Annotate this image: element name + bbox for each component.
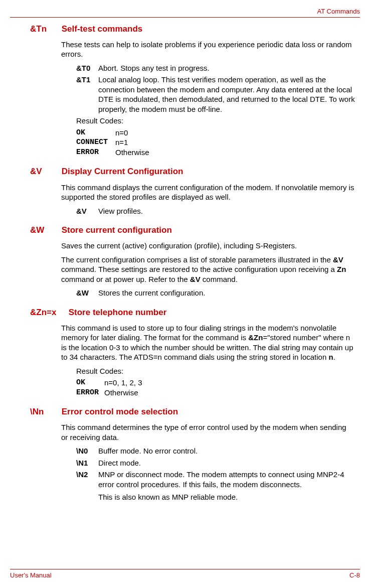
- section-tn-title: &Tn Self-test commands: [30, 24, 360, 35]
- zn-results-label: Result Codes:: [76, 366, 360, 376]
- footer-right: C-8: [349, 571, 360, 580]
- tn-param1-code: &T1: [76, 75, 98, 114]
- nn-p1-code: \N1: [76, 458, 98, 468]
- w-param-0: &W Stores the current configuration.: [76, 288, 355, 298]
- zn-b1: &Zn: [248, 333, 263, 342]
- tn-r1-val: n=1: [115, 137, 128, 148]
- v-cmd: &V: [30, 166, 59, 177]
- section-v-title: &V Display Current Configuration: [30, 166, 360, 177]
- v-p0-desc: View profiles.: [98, 206, 355, 216]
- section-nn: \Nn Error control mode selection This co…: [10, 406, 360, 502]
- section-w-title: &W Store current configuration: [30, 225, 360, 236]
- tn-result-2: ERROR Otherwise: [76, 148, 360, 158]
- tn-r1-code: CONNECT: [76, 137, 115, 148]
- section-zn: &Zn=x Store telephone number This comman…: [10, 307, 360, 398]
- section-zn-title: &Zn=x Store telephone number: [30, 307, 360, 318]
- w-p0-code: &W: [76, 288, 98, 298]
- zn-result-1: ERROR Otherwise: [76, 388, 360, 398]
- tn-param-0: &T0 Abort. Stops any test in progress.: [76, 63, 355, 73]
- nn-intro: This command determines the type of erro…: [61, 422, 355, 442]
- w-cmd: &W: [30, 225, 59, 236]
- w-i2-pre: The current configuration comprises a li…: [61, 255, 333, 264]
- header-title: AT Commands: [317, 8, 360, 15]
- w-i2-post: command.: [201, 275, 238, 283]
- tn-result-1: CONNECT n=1: [76, 137, 360, 148]
- w-i2-b2: Zn: [337, 265, 346, 273]
- zn-intro: This command is used to store up to four…: [61, 323, 355, 362]
- w-title-text: Store current configuration: [62, 225, 172, 235]
- content: &Tn Self-test commands These tests can h…: [10, 18, 360, 569]
- nn-title-text: Error control mode selection: [62, 407, 178, 416]
- tn-result-0: OK n=0: [76, 128, 360, 138]
- w-i2-b1: &V: [333, 255, 343, 264]
- section-tn: &Tn Self-test commands These tests can h…: [10, 24, 360, 158]
- nn-param-1: \N1 Direct mode.: [76, 458, 355, 468]
- v-param-0: &V View profiles.: [76, 206, 355, 216]
- section-v: &V Display Current Configuration This co…: [10, 166, 360, 216]
- nn-p0-code: \N0: [76, 446, 98, 456]
- zn-r0-code: OK: [76, 378, 104, 388]
- tn-r2-val: Otherwise: [115, 148, 149, 158]
- zn-result-0: OK n=0, 1, 2, 3: [76, 378, 360, 388]
- nn-cmd: \Nn: [30, 406, 59, 417]
- tn-param0-code: &T0: [76, 63, 98, 73]
- w-i2-b3: &V: [190, 275, 201, 283]
- nn-extra: This is also known as MNP reliable mode.: [98, 492, 355, 502]
- tn-cmd: &Tn: [30, 24, 59, 35]
- zn-r1-val: Otherwise: [104, 388, 138, 398]
- footer-left: User's Manual: [10, 571, 52, 580]
- section-w: &W Store current configuration Saves the…: [10, 225, 360, 298]
- zn-b2: n: [328, 353, 333, 361]
- v-p0-code: &V: [76, 206, 98, 216]
- zn-post: .: [333, 353, 335, 361]
- zn-r0-val: n=0, 1, 2, 3: [104, 378, 142, 388]
- w-i2-mid: command. These settings are restored to …: [61, 265, 337, 273]
- w-i2-mid2: command or at power up. Refer to the: [61, 275, 190, 283]
- zn-cmd: &Zn=x: [30, 307, 66, 318]
- zn-title-text: Store telephone number: [69, 308, 167, 317]
- w-p0-desc: Stores the current configuration.: [98, 288, 355, 298]
- nn-param-2: \N2 MNP or disconnect mode. The modem at…: [76, 470, 355, 489]
- nn-param-0: \N0 Buffer mode. No error control.: [76, 446, 355, 456]
- nn-p2-code: \N2: [76, 470, 98, 489]
- w-intro1: Saves the current (active) configuration…: [61, 241, 355, 251]
- tn-param0-desc: Abort. Stops any test in progress.: [98, 63, 355, 73]
- tn-r0-val: n=0: [115, 128, 128, 138]
- tn-title-text: Self-test commands: [62, 24, 143, 34]
- v-title-text: Display Current Configuration: [62, 167, 183, 176]
- tn-r0-code: OK: [76, 128, 115, 138]
- tn-param1-desc: Local analog loop. This test verifies mo…: [98, 75, 355, 114]
- nn-p0-desc: Buffer mode. No error control.: [98, 446, 355, 456]
- nn-p1-desc: Direct mode.: [98, 458, 355, 468]
- section-nn-title: \Nn Error control mode selection: [30, 406, 360, 417]
- v-intro: This command displays the current config…: [61, 183, 355, 202]
- tn-results-label: Result Codes:: [76, 116, 360, 126]
- nn-p2-desc: MNP or disconnect mode. The modem attemp…: [98, 470, 355, 489]
- tn-r2-code: ERROR: [76, 148, 115, 158]
- tn-param-1: &T1 Local analog loop. This test verifie…: [76, 75, 355, 114]
- tn-intro: These tests can help to isolate problems…: [61, 40, 355, 59]
- w-intro2: The current configuration comprises a li…: [61, 255, 355, 284]
- zn-r1-code: ERROR: [76, 388, 104, 398]
- footer: User's Manual C-8: [10, 569, 360, 580]
- page: AT Commands &Tn Self-test commands These…: [0, 0, 370, 588]
- header: AT Commands: [10, 6, 360, 18]
